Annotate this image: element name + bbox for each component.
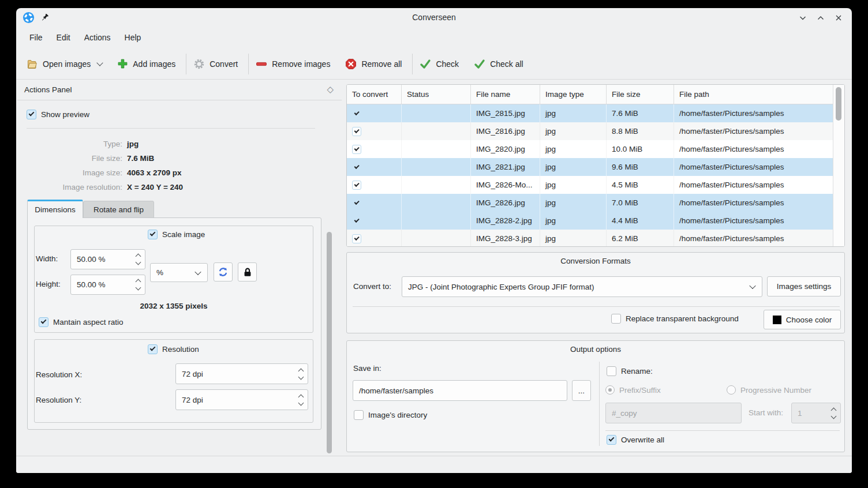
menu-edit[interactable]: Edit (50, 31, 77, 44)
table-scrollbar-track[interactable] (833, 85, 844, 246)
tab-rotate-and-flip[interactable]: Rotate and flip (83, 201, 154, 218)
menu-help[interactable]: Help (118, 31, 148, 44)
row-checkbox[interactable] (352, 145, 361, 154)
cell-to-convert (347, 122, 402, 140)
spin-arrows[interactable] (136, 250, 140, 269)
overwrite-all-checkbox[interactable] (607, 435, 616, 445)
cell-image-type: jpg (540, 158, 607, 176)
maintain-aspect-ratio-checkbox[interactable] (39, 317, 48, 327)
row-checkbox[interactable] (352, 163, 361, 172)
replace-transparent-background-checkbox[interactable] (611, 314, 621, 324)
prefix-suffix-radio[interactable] (605, 385, 615, 395)
menu-actions[interactable]: Actions (77, 31, 118, 44)
overwrite-all-label: Overwrite all (621, 436, 664, 444)
save-path-input[interactable] (353, 380, 567, 401)
unit-combobox[interactable]: % (150, 263, 208, 282)
resolution-y-label: Resolution Y: (36, 396, 81, 404)
resolution-checkbox[interactable] (148, 344, 158, 354)
table-row[interactable]: IMG_2816.jpgjpg8.8 MiB/home/faster/Pictu… (347, 122, 844, 140)
check-all-button[interactable]: Check all (474, 58, 523, 70)
spin-arrows[interactable] (832, 403, 836, 423)
titlebar[interactable]: Converseen (16, 8, 852, 28)
row-checkbox[interactable] (352, 234, 361, 243)
browse-label: ... (578, 386, 585, 395)
remove-all-button[interactable]: Remove all (345, 58, 402, 70)
rename-pattern-input[interactable] (605, 403, 742, 423)
show-preview-checkbox[interactable] (27, 110, 36, 119)
resolution-x-spinbox[interactable]: 72 dpi (175, 363, 308, 384)
open-images-button[interactable]: Open images (26, 58, 102, 70)
close-button[interactable] (833, 13, 844, 23)
scale-image-checkbox[interactable] (148, 230, 158, 239)
table-row[interactable]: IMG_2826-Mo...jpg4.5 MiB/home/faster/Pic… (347, 176, 844, 194)
cell-status (402, 158, 471, 176)
start-with-spinbox[interactable]: 1 (791, 403, 841, 423)
cell-status (402, 176, 471, 194)
lock-aspect-button[interactable] (238, 262, 257, 281)
tab-dimensions[interactable]: Dimensions (27, 200, 83, 218)
images-directory-checkbox[interactable] (354, 410, 364, 420)
cell-file-name: IMG_2826.jpg (471, 194, 540, 212)
cell-status (402, 140, 471, 158)
menu-file[interactable]: File (23, 31, 50, 44)
resolution-x-value: 72 dpi (182, 370, 203, 378)
minimize-button[interactable] (798, 13, 808, 23)
divider (17, 100, 342, 100)
cell-file-name: IMG_2826-Mo... (471, 176, 540, 194)
cell-file-size: 8.8 MiB (607, 122, 674, 140)
convert-label: Convert (209, 59, 238, 69)
row-checkbox[interactable] (352, 216, 361, 226)
toolbar-separator (412, 54, 413, 74)
table-row[interactable]: IMG_2815.jpgjpg7.6 MiB/home/faster/Pictu… (347, 104, 844, 122)
table-row[interactable]: IMG_2828-2.jpgjpg4.4 MiB/home/faster/Pic… (347, 212, 844, 230)
row-checkbox[interactable] (352, 181, 361, 190)
maximize-button[interactable] (815, 13, 826, 23)
cell-file-name: IMG_2816.jpg (471, 122, 540, 140)
start-with-value: 1 (798, 409, 802, 418)
spin-arrows[interactable] (299, 390, 303, 410)
replace-transparent-background-label: Replace transparent background (626, 314, 739, 323)
column-header-status[interactable]: Status (402, 85, 471, 104)
swap-dimensions-button[interactable] (214, 262, 233, 281)
column-header-file-name[interactable]: File name (471, 85, 540, 104)
spin-arrows[interactable] (136, 275, 140, 294)
column-header-to-convert[interactable]: To convert (347, 85, 402, 104)
row-checkbox[interactable] (352, 127, 361, 136)
progressive-number-radio[interactable] (727, 385, 736, 395)
table-scrollbar-thumb[interactable] (836, 87, 841, 121)
cell-file-size: 7.6 MiB (607, 104, 674, 122)
browse-button[interactable]: ... (572, 380, 591, 401)
dock-float-icon[interactable]: ◇ (327, 84, 334, 95)
table-row[interactable]: IMG_2826.jpgjpg7.0 MiB/home/faster/Pictu… (347, 194, 844, 212)
spin-arrows[interactable] (299, 364, 303, 384)
convert-button[interactable]: Convert (193, 58, 238, 70)
column-header-image-type[interactable]: Image type (540, 85, 607, 104)
cell-status (402, 104, 471, 122)
start-with-label: Start with: (749, 408, 783, 417)
column-header-file-path[interactable]: File path (674, 85, 834, 104)
column-header-file-size[interactable]: File size (607, 85, 674, 104)
height-spinbox[interactable]: 50.00 % (70, 275, 145, 295)
remove-images-button[interactable]: Remove images (256, 58, 330, 70)
width-spinbox[interactable]: 50.00 % (70, 249, 145, 269)
images-settings-button[interactable]: Images settings (767, 276, 841, 296)
rename-checkbox[interactable] (607, 366, 616, 376)
table-row[interactable]: IMG_2828-3.jpgjpg6.2 MiB/home/faster/Pic… (347, 230, 844, 247)
row-checkbox[interactable] (352, 198, 361, 208)
divider (27, 128, 315, 129)
resolution-y-spinbox[interactable]: 72 dpi (175, 389, 308, 410)
images-directory-label: Image's directory (368, 411, 427, 419)
check-button[interactable]: Check (420, 58, 459, 70)
choose-color-button[interactable]: Choose color (764, 310, 841, 329)
width-value: 50.00 % (77, 255, 106, 264)
table-row[interactable]: IMG_2820.jpgjpg10.0 MiB/home/faster/Pict… (347, 140, 844, 158)
table-header: To convert Status File name Image type F… (347, 85, 844, 104)
panel-scrollbar[interactable] (327, 232, 332, 453)
format-combobox[interactable]: JPG - (Joint Photographic Experts Group … (402, 276, 762, 297)
cell-image-type: jpg (540, 104, 607, 122)
table-row[interactable]: IMG_2821.jpgjpg9.6 MiB/home/faster/Pictu… (347, 158, 844, 176)
toolbar: Open images Add images Convert Remove im… (16, 48, 852, 80)
add-images-button[interactable]: Add images (117, 58, 175, 69)
open-images-dropdown-icon[interactable] (97, 59, 103, 66)
row-checkbox[interactable] (352, 109, 361, 118)
